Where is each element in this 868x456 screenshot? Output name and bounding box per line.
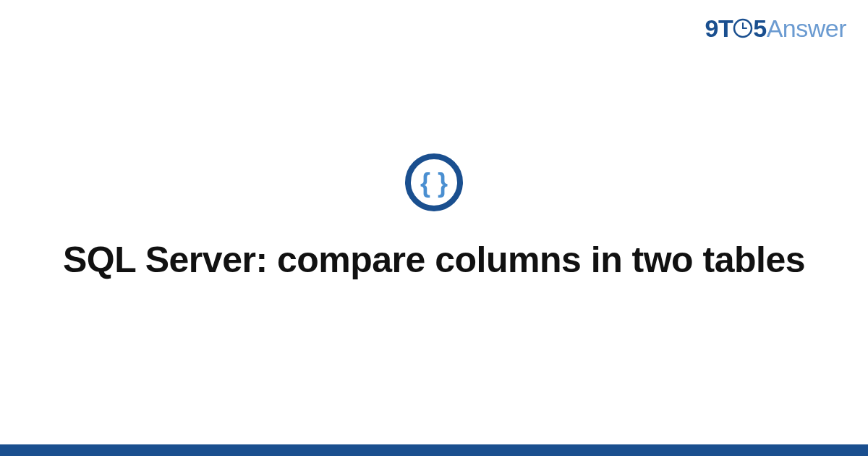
main-content: { } SQL Server: compare columns in two t…	[0, 153, 868, 283]
logo-text-answer: Answer	[767, 14, 846, 42]
logo-text-5: 5	[753, 14, 766, 42]
logo-text-9t: 9T	[705, 14, 733, 42]
page-title: SQL Server: compare columns in two table…	[0, 237, 868, 283]
logo-clock-icon	[733, 18, 753, 38]
svg-text:{ }: { }	[420, 168, 448, 198]
site-logo: 9T5Answer	[705, 14, 846, 43]
curly-braces-icon: { }	[404, 153, 464, 212]
footer-bar	[0, 444, 868, 456]
